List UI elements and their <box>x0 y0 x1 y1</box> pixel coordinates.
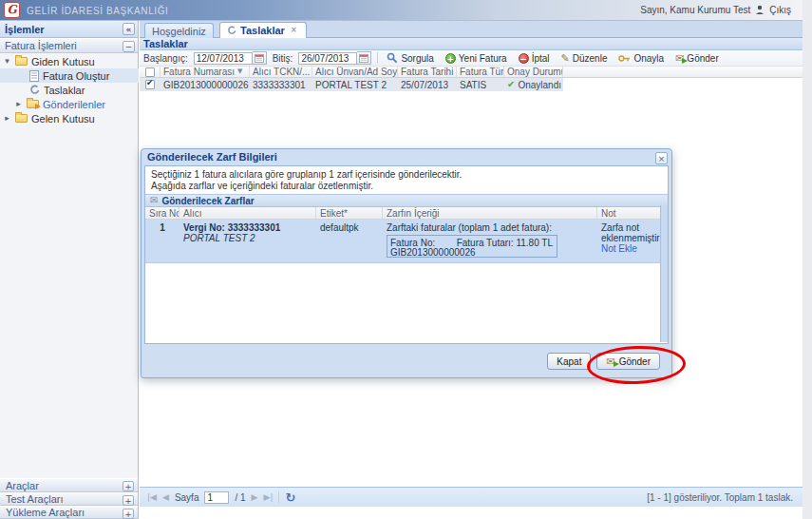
cell-tarih: 25/07/2013 <box>398 78 457 91</box>
column-label: Alıcı TCKN/... <box>253 67 310 77</box>
button-label: Gönder <box>687 53 718 64</box>
page-label: Sayfa <box>175 492 199 503</box>
col-zarf-icerigi[interactable]: Zarfın İçeriği <box>383 207 597 219</box>
invoice-total: Fatura Tutarı: 11.80 TL <box>457 238 553 248</box>
dialog-close-icon[interactable]: × <box>655 152 668 164</box>
refresh-icon[interactable]: ↻ <box>285 491 295 504</box>
expand-plus-icon[interactable]: + <box>123 509 134 519</box>
send-envelope-icon: ✉ <box>675 53 684 64</box>
envelope-icon: ✉ <box>150 196 158 205</box>
row-checkbox[interactable]: ✔ <box>145 80 155 89</box>
start-date-calendar-button[interactable] <box>253 51 267 65</box>
page-number-input[interactable] <box>204 491 229 504</box>
accordion-yukleme-araclari[interactable]: Yükleme Araçları + <box>0 506 138 519</box>
logout-link[interactable]: Çıkış <box>769 5 791 15</box>
folder-icon <box>15 114 28 123</box>
draft-swirl-icon <box>227 26 236 35</box>
expand-plus-icon[interactable]: + <box>123 481 134 491</box>
accordion-label: Yükleme Araçları <box>6 507 85 518</box>
drafts-toolbar: Başlangıç: Bitiş: Sorgula + <box>140 50 803 67</box>
sidebar-item-fatura-olustur[interactable]: Fatura Oluştur <box>0 68 139 83</box>
zarf-row[interactable]: 1 Vergi No: 3333333301 PORTAL TEST 2 def… <box>145 220 668 263</box>
start-date-input[interactable] <box>194 52 253 65</box>
dialog-body: Seçtiğiniz 1 fatura alıcılara göre grupl… <box>144 165 669 344</box>
table-scrollbar-track[interactable] <box>660 205 668 342</box>
draft-invoice-row[interactable]: ✔ GIB2013000000026 3333333301 PORTAL TES… <box>140 78 563 91</box>
dialog-gonder-button[interactable]: ✉ Gönder <box>596 353 660 370</box>
tree-expanded-icon[interactable]: ▾ <box>3 57 11 66</box>
tree-collapsed-icon[interactable]: ▸ <box>14 100 23 108</box>
end-date-calendar-button[interactable] <box>357 51 371 65</box>
cell-tckn: 3333333301 <box>250 78 312 91</box>
iptal-button[interactable]: − İptal <box>516 52 553 65</box>
zarf-table-header: Sıra No Alıcı Etiket* Zarfın İçeriği Not <box>145 207 668 220</box>
tree-collapsed-icon[interactable]: ▸ <box>3 114 11 123</box>
invoice-summary-box: Fatura No: GIB2013000000026 Fatura Tutar… <box>387 235 557 258</box>
select-all-column-header[interactable] <box>140 67 161 77</box>
not-ekle-link[interactable]: Not Ekle <box>601 243 662 254</box>
onayla-button[interactable]: Onayla <box>615 52 667 65</box>
toolbar-separator <box>278 491 279 503</box>
column-header-unvan[interactable]: Alıcı Ünvan/Ad Soyad <box>312 67 398 77</box>
paging-status-text: [1 - 1] gösteriliyor. Toplam 1 taslak. <box>647 492 793 503</box>
zarflar-section-header: ✉ Gönderilecek Zarflar <box>145 194 668 207</box>
button-label: Yeni Fatura <box>459 53 507 64</box>
col-alici[interactable]: Alıcı <box>179 207 316 219</box>
zarf-content-header: Zarftaki faturalar (toplam 1 adet fatura… <box>387 222 597 233</box>
collapse-minus-icon[interactable]: − <box>123 41 135 52</box>
cell-sira-no: 1 <box>145 220 179 262</box>
recipient-name: PORTAL TEST 2 <box>183 233 316 243</box>
column-header-fatura-no[interactable]: Fatura Numarası ▼ <box>161 67 250 77</box>
yeni-fatura-button[interactable]: + Yeni Fatura <box>443 52 510 65</box>
button-label: Gönder <box>619 356 651 367</box>
pager-first-icon[interactable]: |◀ <box>147 493 157 502</box>
folder-send-icon <box>27 100 39 108</box>
end-date-input[interactable] <box>298 52 357 65</box>
cell-tur: SATIS <box>457 78 504 91</box>
recipient-tax-no: Vergi No: 3333333301 <box>183 222 316 233</box>
paging-toolbar: |◀ ◀ Sayfa / 1 ▶ ▶| ↻ [1 - 1] gösteriliy… <box>140 487 803 507</box>
calendar-icon <box>255 53 264 63</box>
sidebar-item-taslaklar[interactable]: Taslaklar <box>0 83 139 97</box>
column-label: Fatura Türü <box>460 67 504 77</box>
row-select-cell: ✔ <box>140 78 161 91</box>
accordion-fatura-islemleri[interactable]: Fatura İşlemleri − <box>0 38 138 53</box>
button-label: Sorgula <box>401 53 433 64</box>
accordion-test-araclari[interactable]: Test Araçları + <box>0 492 138 506</box>
pager-next-icon[interactable]: ▶ <box>252 493 258 502</box>
col-not[interactable]: Not <box>597 207 662 219</box>
column-header-tarih[interactable]: Fatura Tarihi <box>398 67 457 77</box>
plus-circle-icon: + <box>445 53 456 64</box>
panel-title: Taslaklar <box>140 38 803 50</box>
cell-etiket: defaultpk <box>316 220 383 262</box>
col-sira-no[interactable]: Sıra No <box>145 207 179 219</box>
column-header-tur[interactable]: Fatura Türü <box>457 67 504 77</box>
calendar-icon <box>359 53 368 63</box>
column-header-onay[interactable]: Onay Durumu <box>504 67 563 77</box>
cell-unvan: PORTAL TEST 2 <box>312 78 398 91</box>
gonder-button[interactable]: ✉ Gönder <box>672 52 722 65</box>
sidebar-item-giden-kutusu[interactable]: ▾ Giden Kutusu <box>3 54 136 68</box>
sorgula-button[interactable]: Sorgula <box>384 51 436 65</box>
sidebar-item-gelen-kutusu[interactable]: ▸ Gelen Kutusu <box>3 111 136 125</box>
column-header-tckn[interactable]: Alıcı TCKN/... <box>250 67 312 77</box>
pager-last-icon[interactable]: ▶| <box>264 493 274 502</box>
column-label: Alıcı Ünvan/Ad Soyad <box>315 67 398 77</box>
accordion-araclar[interactable]: Araçlar + <box>0 478 138 492</box>
sidebar-item-gonderilenler[interactable]: ▸ Gönderilenler <box>14 97 138 111</box>
pager-prev-icon[interactable]: ◀ <box>162 493 169 502</box>
duzenle-button[interactable]: ✎ Düzenle <box>558 52 611 65</box>
tab-taslaklar[interactable]: Taslaklar × <box>219 22 307 38</box>
sidebar-item-label: Fatura Oluştur <box>43 70 109 82</box>
sort-desc-icon: ▼ <box>237 68 242 75</box>
button-label: Kapat <box>557 356 581 367</box>
sidebar-collapse-button[interactable]: « <box>123 23 135 35</box>
tab-close-icon[interactable]: × <box>289 26 299 35</box>
expand-plus-icon[interactable]: + <box>123 495 134 506</box>
column-label: Onay Durumu <box>507 67 563 77</box>
kapat-button[interactable]: Kapat <box>547 353 591 370</box>
col-etiket[interactable]: Etiket* <box>316 207 383 219</box>
tab-hosgeldiniz[interactable]: Hoşgeldiniz <box>144 23 214 38</box>
select-all-checkbox[interactable] <box>145 67 155 77</box>
cell-alici: Vergi No: 3333333301 PORTAL TEST 2 <box>179 220 316 262</box>
